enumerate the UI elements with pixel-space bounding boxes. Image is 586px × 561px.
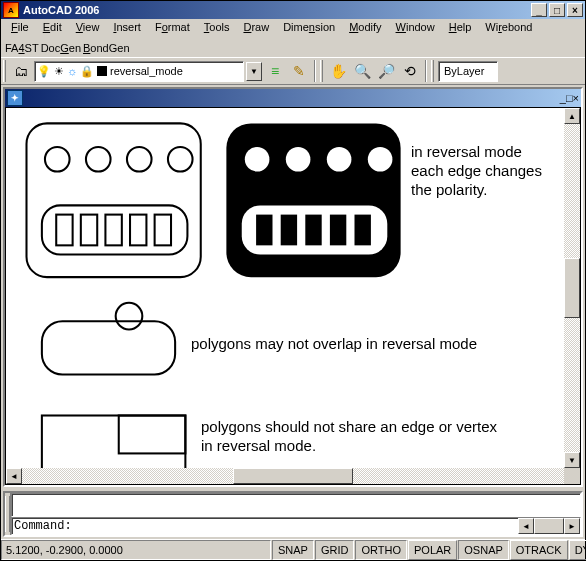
- status-polar[interactable]: POLAR: [408, 540, 457, 560]
- status-otrack[interactable]: OTRACK: [510, 540, 568, 560]
- menu-bondgen[interactable]: BondGen: [83, 42, 130, 54]
- menu-tools[interactable]: Tools: [198, 19, 236, 35]
- svg-rect-10: [155, 215, 171, 246]
- svg-point-2: [86, 147, 111, 172]
- menu-window[interactable]: Window: [390, 19, 441, 35]
- freeze-icon: ☼: [67, 65, 77, 77]
- menu-wirebond[interactable]: Wirebond: [479, 19, 538, 35]
- menu-help[interactable]: Help: [443, 19, 478, 35]
- titlebar: A AutoCAD 2006 _ □ ×: [1, 1, 585, 19]
- svg-point-23: [116, 303, 143, 330]
- color-label: ByLayer: [444, 65, 484, 77]
- svg-rect-20: [330, 215, 346, 246]
- caption-3: polygons should not share an edge or ver…: [201, 418, 501, 456]
- cmd-scroll-thumb[interactable]: [534, 518, 564, 534]
- drawing-icon: ✦: [7, 90, 23, 106]
- drawing-titlebar: ✦ _ □ ×: [5, 89, 581, 107]
- layer-dropdown[interactable]: 💡 ☀ ☼ 🔒 reversal_mode: [34, 61, 244, 82]
- layer-states-button[interactable]: ✎: [288, 60, 310, 82]
- menu-view[interactable]: View: [70, 19, 106, 35]
- svg-rect-8: [105, 215, 121, 246]
- status-dyn[interactable]: DYN: [569, 540, 586, 560]
- maximize-button[interactable]: □: [549, 3, 565, 17]
- zoom-realtime-button[interactable]: 🔍: [351, 60, 373, 82]
- app-window: A AutoCAD 2006 _ □ × File Edit View Inse…: [0, 0, 586, 561]
- menu-edit[interactable]: Edit: [37, 19, 68, 35]
- svg-point-14: [327, 147, 352, 172]
- command-input-row[interactable]: Command: ◄ ►: [11, 517, 581, 535]
- svg-rect-21: [355, 215, 371, 246]
- zoom-plus-icon: 🔍: [354, 63, 371, 79]
- scroll-left-button[interactable]: ◄: [6, 468, 22, 484]
- app-icon: A: [3, 2, 19, 18]
- menubar-row2: FA4ST DocGen BondGen: [1, 38, 585, 57]
- close-button[interactable]: ×: [567, 3, 583, 17]
- toolbar-grip-2[interactable]: [320, 60, 323, 82]
- sun-icon: ☀: [54, 65, 64, 78]
- menubar: File Edit View Insert Format Tools Draw …: [1, 19, 585, 38]
- status-osnap[interactable]: OSNAP: [458, 540, 509, 560]
- cmd-scroll-right-button[interactable]: ►: [564, 518, 580, 534]
- drawing-canvas[interactable]: in reversal mode each edge changes the p…: [5, 107, 581, 485]
- vertical-scrollbar[interactable]: ▲ ▼: [564, 108, 580, 468]
- color-dropdown[interactable]: ByLayer: [438, 61, 498, 82]
- svg-rect-18: [281, 215, 297, 246]
- toolbar-grip-3[interactable]: [431, 60, 434, 82]
- menu-fast[interactable]: FA4ST: [5, 42, 39, 54]
- drawing-maximize-button[interactable]: □: [566, 92, 573, 104]
- svg-rect-17: [256, 215, 272, 246]
- svg-rect-25: [119, 416, 186, 454]
- svg-rect-7: [81, 215, 97, 246]
- zoom-window-icon: 🔎: [378, 63, 395, 79]
- window-title: AutoCAD 2006: [23, 4, 99, 16]
- menu-modify[interactable]: Modify: [343, 19, 387, 35]
- scroll-down-button[interactable]: ▼: [564, 452, 580, 468]
- status-grid[interactable]: GRID: [315, 540, 355, 560]
- status-ortho[interactable]: ORTHO: [355, 540, 407, 560]
- drawing-close-button[interactable]: ×: [573, 92, 579, 104]
- svg-rect-6: [56, 215, 72, 246]
- zoom-previous-button[interactable]: ⟲: [399, 60, 421, 82]
- svg-point-13: [286, 147, 311, 172]
- layer-previous-button[interactable]: ≡: [264, 60, 286, 82]
- svg-point-3: [127, 147, 152, 172]
- lock-icon: 🔒: [80, 65, 94, 78]
- status-snap[interactable]: SNAP: [272, 540, 314, 560]
- scroll-up-button[interactable]: ▲: [564, 108, 580, 124]
- horizontal-scrollbar[interactable]: ◄ ►: [6, 468, 580, 484]
- cmd-scroll-left-button[interactable]: ◄: [518, 518, 534, 534]
- layers-icon: ≡: [271, 63, 279, 79]
- drawing-frame: ✦ _ □ ×: [3, 87, 583, 487]
- toolbar-grip[interactable]: [3, 60, 6, 82]
- svg-point-4: [168, 147, 193, 172]
- menu-insert[interactable]: Insert: [107, 19, 147, 35]
- svg-point-12: [245, 147, 270, 172]
- layer-dropdown-arrow[interactable]: ▼: [246, 62, 262, 81]
- bulb-icon: 💡: [37, 65, 51, 78]
- svg-rect-22: [42, 321, 175, 374]
- vertical-scroll-thumb[interactable]: [564, 258, 580, 318]
- menu-dimension[interactable]: Dimension: [277, 19, 341, 35]
- caption-1: in reversal mode each edge changes the p…: [411, 143, 551, 199]
- menu-format[interactable]: Format: [149, 19, 196, 35]
- caption-2: polygons may not overlap in reversal mod…: [191, 335, 477, 354]
- minimize-button[interactable]: _: [531, 3, 547, 17]
- menu-draw[interactable]: Draw: [237, 19, 275, 35]
- layers-stack-icon: 🗂: [14, 63, 28, 79]
- svg-rect-5: [42, 205, 188, 254]
- zoom-window-button[interactable]: 🔎: [375, 60, 397, 82]
- brush-icon: ✎: [293, 63, 305, 79]
- svg-point-15: [368, 147, 393, 172]
- pan-button[interactable]: ✋: [327, 60, 349, 82]
- layer-color-swatch: [97, 66, 107, 76]
- menu-file[interactable]: File: [5, 19, 35, 35]
- pan-icon: ✋: [330, 63, 347, 79]
- layer-name: reversal_mode: [110, 65, 183, 77]
- horizontal-scroll-thumb[interactable]: [233, 468, 353, 484]
- menu-docgen[interactable]: DocGen: [41, 42, 81, 54]
- layer-manager-button[interactable]: 🗂: [10, 60, 32, 82]
- svg-rect-9: [130, 215, 146, 246]
- command-history[interactable]: [11, 493, 581, 517]
- command-frame: Command: ◄ ►: [3, 491, 583, 537]
- status-coordinates[interactable]: 5.1200, -0.2900, 0.0000: [1, 540, 271, 560]
